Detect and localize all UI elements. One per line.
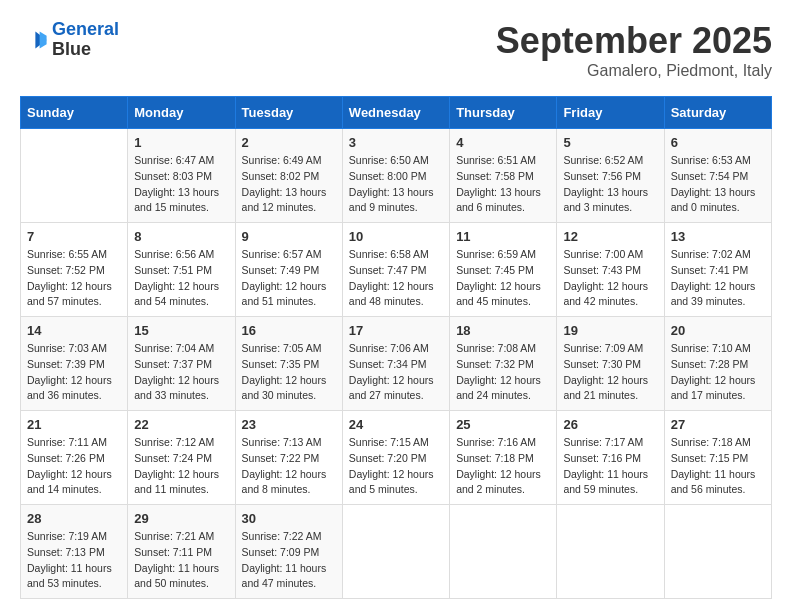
calendar-cell: 12 Sunrise: 7:00 AM Sunset: 7:43 PM Dayl… (557, 223, 664, 317)
calendar-week-row: 14 Sunrise: 7:03 AM Sunset: 7:39 PM Dayl… (21, 317, 772, 411)
day-number: 13 (671, 229, 765, 244)
calendar-cell: 3 Sunrise: 6:50 AM Sunset: 8:00 PM Dayli… (342, 129, 449, 223)
calendar-week-row: 1 Sunrise: 6:47 AM Sunset: 8:03 PM Dayli… (21, 129, 772, 223)
calendar-cell: 25 Sunrise: 7:16 AM Sunset: 7:18 PM Dayl… (450, 411, 557, 505)
day-info: Sunrise: 7:06 AM Sunset: 7:34 PM Dayligh… (349, 341, 443, 404)
calendar-cell: 22 Sunrise: 7:12 AM Sunset: 7:24 PM Dayl… (128, 411, 235, 505)
day-info: Sunrise: 7:16 AM Sunset: 7:18 PM Dayligh… (456, 435, 550, 498)
calendar-cell: 4 Sunrise: 6:51 AM Sunset: 7:58 PM Dayli… (450, 129, 557, 223)
day-number: 25 (456, 417, 550, 432)
day-number: 20 (671, 323, 765, 338)
calendar-cell: 18 Sunrise: 7:08 AM Sunset: 7:32 PM Dayl… (450, 317, 557, 411)
day-number: 5 (563, 135, 657, 150)
calendar-cell: 15 Sunrise: 7:04 AM Sunset: 7:37 PM Dayl… (128, 317, 235, 411)
day-info: Sunrise: 7:13 AM Sunset: 7:22 PM Dayligh… (242, 435, 336, 498)
weekday-header: Friday (557, 97, 664, 129)
day-number: 14 (27, 323, 121, 338)
calendar-cell: 7 Sunrise: 6:55 AM Sunset: 7:52 PM Dayli… (21, 223, 128, 317)
weekday-header: Sunday (21, 97, 128, 129)
day-number: 2 (242, 135, 336, 150)
day-info: Sunrise: 7:18 AM Sunset: 7:15 PM Dayligh… (671, 435, 765, 498)
calendar-cell: 13 Sunrise: 7:02 AM Sunset: 7:41 PM Dayl… (664, 223, 771, 317)
day-number: 8 (134, 229, 228, 244)
day-number: 21 (27, 417, 121, 432)
day-info: Sunrise: 7:21 AM Sunset: 7:11 PM Dayligh… (134, 529, 228, 592)
day-info: Sunrise: 7:03 AM Sunset: 7:39 PM Dayligh… (27, 341, 121, 404)
day-number: 7 (27, 229, 121, 244)
calendar-cell: 26 Sunrise: 7:17 AM Sunset: 7:16 PM Dayl… (557, 411, 664, 505)
day-info: Sunrise: 6:56 AM Sunset: 7:51 PM Dayligh… (134, 247, 228, 310)
day-info: Sunrise: 6:59 AM Sunset: 7:45 PM Dayligh… (456, 247, 550, 310)
day-info: Sunrise: 7:11 AM Sunset: 7:26 PM Dayligh… (27, 435, 121, 498)
day-info: Sunrise: 6:47 AM Sunset: 8:03 PM Dayligh… (134, 153, 228, 216)
calendar-cell: 21 Sunrise: 7:11 AM Sunset: 7:26 PM Dayl… (21, 411, 128, 505)
day-info: Sunrise: 7:05 AM Sunset: 7:35 PM Dayligh… (242, 341, 336, 404)
day-info: Sunrise: 7:04 AM Sunset: 7:37 PM Dayligh… (134, 341, 228, 404)
calendar-cell (21, 129, 128, 223)
day-number: 29 (134, 511, 228, 526)
calendar-body: 1 Sunrise: 6:47 AM Sunset: 8:03 PM Dayli… (21, 129, 772, 599)
calendar-table: SundayMondayTuesdayWednesdayThursdayFrid… (20, 96, 772, 599)
day-info: Sunrise: 6:53 AM Sunset: 7:54 PM Dayligh… (671, 153, 765, 216)
calendar-cell: 29 Sunrise: 7:21 AM Sunset: 7:11 PM Dayl… (128, 505, 235, 599)
day-number: 19 (563, 323, 657, 338)
month-title: September 2025 (496, 20, 772, 62)
day-info: Sunrise: 7:02 AM Sunset: 7:41 PM Dayligh… (671, 247, 765, 310)
weekday-header: Thursday (450, 97, 557, 129)
day-info: Sunrise: 7:19 AM Sunset: 7:13 PM Dayligh… (27, 529, 121, 592)
calendar-cell: 17 Sunrise: 7:06 AM Sunset: 7:34 PM Dayl… (342, 317, 449, 411)
day-number: 9 (242, 229, 336, 244)
calendar-cell: 28 Sunrise: 7:19 AM Sunset: 7:13 PM Dayl… (21, 505, 128, 599)
calendar-cell: 2 Sunrise: 6:49 AM Sunset: 8:02 PM Dayli… (235, 129, 342, 223)
calendar-cell: 20 Sunrise: 7:10 AM Sunset: 7:28 PM Dayl… (664, 317, 771, 411)
day-number: 6 (671, 135, 765, 150)
logo: General Blue (20, 20, 119, 60)
calendar-header: SundayMondayTuesdayWednesdayThursdayFrid… (21, 97, 772, 129)
day-number: 23 (242, 417, 336, 432)
title-block: September 2025 Gamalero, Piedmont, Italy (496, 20, 772, 80)
day-number: 17 (349, 323, 443, 338)
day-info: Sunrise: 6:52 AM Sunset: 7:56 PM Dayligh… (563, 153, 657, 216)
day-info: Sunrise: 7:22 AM Sunset: 7:09 PM Dayligh… (242, 529, 336, 592)
calendar-week-row: 28 Sunrise: 7:19 AM Sunset: 7:13 PM Dayl… (21, 505, 772, 599)
day-number: 24 (349, 417, 443, 432)
weekday-header: Monday (128, 97, 235, 129)
day-number: 11 (456, 229, 550, 244)
calendar-cell: 16 Sunrise: 7:05 AM Sunset: 7:35 PM Dayl… (235, 317, 342, 411)
calendar-week-row: 21 Sunrise: 7:11 AM Sunset: 7:26 PM Dayl… (21, 411, 772, 505)
day-info: Sunrise: 6:49 AM Sunset: 8:02 PM Dayligh… (242, 153, 336, 216)
day-number: 18 (456, 323, 550, 338)
day-number: 27 (671, 417, 765, 432)
day-number: 22 (134, 417, 228, 432)
calendar-cell: 6 Sunrise: 6:53 AM Sunset: 7:54 PM Dayli… (664, 129, 771, 223)
day-info: Sunrise: 7:10 AM Sunset: 7:28 PM Dayligh… (671, 341, 765, 404)
day-number: 10 (349, 229, 443, 244)
calendar-cell (557, 505, 664, 599)
calendar-cell: 10 Sunrise: 6:58 AM Sunset: 7:47 PM Dayl… (342, 223, 449, 317)
calendar-week-row: 7 Sunrise: 6:55 AM Sunset: 7:52 PM Dayli… (21, 223, 772, 317)
day-info: Sunrise: 6:50 AM Sunset: 8:00 PM Dayligh… (349, 153, 443, 216)
page-header: General Blue September 2025 Gamalero, Pi… (20, 20, 772, 80)
calendar-cell: 8 Sunrise: 6:56 AM Sunset: 7:51 PM Dayli… (128, 223, 235, 317)
day-info: Sunrise: 7:08 AM Sunset: 7:32 PM Dayligh… (456, 341, 550, 404)
day-info: Sunrise: 7:09 AM Sunset: 7:30 PM Dayligh… (563, 341, 657, 404)
day-number: 4 (456, 135, 550, 150)
calendar-cell: 30 Sunrise: 7:22 AM Sunset: 7:09 PM Dayl… (235, 505, 342, 599)
calendar-cell: 24 Sunrise: 7:15 AM Sunset: 7:20 PM Dayl… (342, 411, 449, 505)
weekday-header: Saturday (664, 97, 771, 129)
weekday-header: Tuesday (235, 97, 342, 129)
location: Gamalero, Piedmont, Italy (496, 62, 772, 80)
day-info: Sunrise: 6:58 AM Sunset: 7:47 PM Dayligh… (349, 247, 443, 310)
calendar-cell: 27 Sunrise: 7:18 AM Sunset: 7:15 PM Dayl… (664, 411, 771, 505)
day-number: 12 (563, 229, 657, 244)
day-number: 3 (349, 135, 443, 150)
day-info: Sunrise: 7:00 AM Sunset: 7:43 PM Dayligh… (563, 247, 657, 310)
day-number: 28 (27, 511, 121, 526)
day-info: Sunrise: 6:55 AM Sunset: 7:52 PM Dayligh… (27, 247, 121, 310)
day-number: 16 (242, 323, 336, 338)
calendar-cell: 19 Sunrise: 7:09 AM Sunset: 7:30 PM Dayl… (557, 317, 664, 411)
weekday-row: SundayMondayTuesdayWednesdayThursdayFrid… (21, 97, 772, 129)
calendar-cell: 1 Sunrise: 6:47 AM Sunset: 8:03 PM Dayli… (128, 129, 235, 223)
calendar-cell: 23 Sunrise: 7:13 AM Sunset: 7:22 PM Dayl… (235, 411, 342, 505)
day-info: Sunrise: 7:12 AM Sunset: 7:24 PM Dayligh… (134, 435, 228, 498)
